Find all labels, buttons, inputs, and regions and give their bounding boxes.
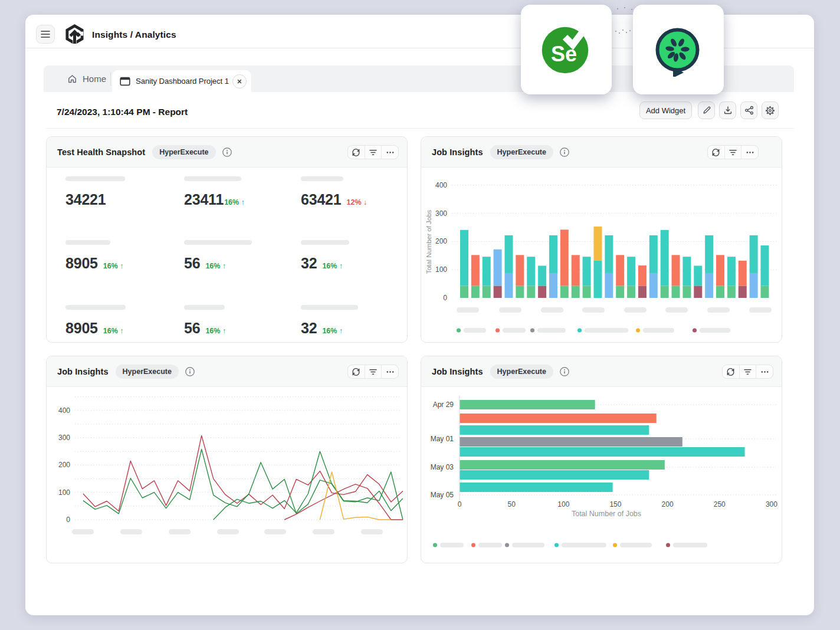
stat-value: 56	[184, 320, 200, 337]
stat-delta: 16% ↑	[205, 262, 226, 270]
stat-label-placeholder	[65, 240, 110, 245]
lambdatest-logo-icon	[64, 24, 85, 45]
stat-delta: 12% ↓	[347, 198, 368, 206]
add-widget-button[interactable]: Add Widget	[639, 101, 692, 119]
refresh-button[interactable]	[348, 146, 365, 159]
svg-text:150: 150	[609, 500, 621, 508]
stat-label-placeholder	[301, 305, 358, 310]
svg-text:0: 0	[443, 294, 447, 302]
refresh-button[interactable]	[723, 365, 739, 378]
widget-title: Job Insights	[57, 367, 109, 376]
stat-label-placeholder	[301, 240, 349, 245]
stat-value: 8905	[65, 320, 98, 337]
share-button[interactable]	[740, 101, 757, 119]
hamburger-menu-button[interactable]	[36, 25, 55, 44]
widget-actions	[347, 365, 399, 379]
more-options-button[interactable]	[756, 365, 773, 378]
more-options-button[interactable]	[381, 365, 398, 378]
stat-label-placeholder	[184, 240, 252, 245]
stat-cell: 3216% ↑	[301, 240, 413, 272]
cucumber-logo-icon	[651, 22, 706, 77]
info-icon[interactable]	[185, 367, 195, 376]
download-icon	[723, 106, 733, 115]
stat-value: 8905	[65, 255, 98, 272]
stat-delta: 16% ↑	[205, 327, 226, 335]
stat-cell: 5616% ↑	[184, 240, 296, 272]
tab-close-button[interactable]: ✕	[232, 74, 247, 88]
download-button[interactable]	[719, 101, 736, 119]
dashboard-window-icon	[120, 77, 130, 86]
stat-label-placeholder	[184, 176, 241, 181]
add-widget-label: Add Widget	[646, 106, 685, 115]
settings-button[interactable]	[762, 101, 779, 119]
svg-text:100: 100	[557, 500, 569, 508]
tab-home-label: Home	[83, 74, 106, 84]
info-icon[interactable]	[222, 147, 232, 157]
stacked-bar-chart: 0100200300400Total Number of Jobs	[421, 168, 782, 343]
stat-cell: 2341116% ↑	[184, 176, 296, 208]
hyperexecute-badge: HyperExecute	[152, 145, 215, 159]
stats-grid: 342212341116% ↑6342112% ↓890516% ↑5616% …	[47, 168, 407, 343]
svg-text:300: 300	[435, 209, 447, 218]
stat-label-placeholder	[184, 305, 225, 310]
refresh-button[interactable]	[708, 146, 724, 159]
tab-divider	[110, 73, 111, 86]
filter-button[interactable]	[365, 146, 382, 159]
stat-delta: 16% ↑	[224, 198, 245, 206]
svg-text:400: 400	[435, 181, 447, 189]
stat-cell: 34221	[65, 176, 178, 208]
stat-value: 34221	[65, 191, 106, 208]
widget-title: Job Insights	[432, 147, 483, 157]
stat-delta: 16% ↑	[103, 262, 124, 270]
widget-title: Job Insights	[432, 367, 483, 376]
stat-cell: 5616% ↑	[184, 305, 296, 337]
stat-value: 63421	[301, 191, 342, 208]
svg-text:Total Number of Jobs: Total Number of Jobs	[425, 209, 432, 274]
svg-text:200: 200	[435, 237, 447, 245]
widget-header: Job Insights HyperExecute	[421, 137, 782, 168]
svg-text:May 01: May 01	[431, 435, 454, 443]
stat-value: 32	[301, 255, 317, 272]
horizontal-bar-chart: Apr 29May 01May 03May 050501001502002503…	[421, 387, 782, 563]
svg-text:250: 250	[714, 500, 726, 508]
tab-home[interactable]: Home	[59, 65, 114, 92]
line-chart: 0100200300400	[47, 387, 407, 563]
tab-sanity-dashboard[interactable]: Sanity Dashboard Project 1 ✕	[112, 70, 251, 92]
gear-icon	[765, 106, 775, 116]
toolbar-divider	[46, 128, 794, 129]
widget-test-health-snapshot: Test Health Snapshot HyperExecute	[46, 136, 408, 343]
selenium-logo-icon: Se	[539, 22, 593, 77]
svg-text:May 05: May 05	[431, 491, 454, 499]
pencil-icon	[702, 106, 711, 115]
edit-button[interactable]	[698, 101, 715, 119]
selenium-card[interactable]: Se	[521, 5, 612, 94]
stat-delta: 16% ↑	[322, 262, 343, 270]
svg-text:Apr 29: Apr 29	[433, 401, 454, 409]
refresh-button[interactable]	[348, 365, 365, 378]
svg-text:300: 300	[766, 500, 777, 508]
stat-delta: 16% ↑	[322, 327, 343, 335]
share-icon	[744, 106, 754, 115]
hyperexecute-badge: HyperExecute	[490, 145, 553, 159]
widget-job-insights-hbar: Job Insights HyperExecute	[421, 356, 782, 563]
filter-button[interactable]	[739, 365, 756, 378]
stat-delta: 16% ↑	[103, 327, 124, 335]
svg-text:0: 0	[458, 500, 462, 508]
more-options-button[interactable]	[741, 146, 758, 159]
info-icon[interactable]	[560, 367, 569, 376]
svg-text:Total Number of Jobs: Total Number of Jobs	[572, 510, 641, 518]
report-title: 7/24/2023, 1:10:44 PM - Report	[57, 107, 188, 117]
more-options-button[interactable]	[381, 146, 398, 159]
cucumber-card[interactable]	[633, 5, 724, 94]
home-icon	[67, 74, 77, 84]
widget-actions	[707, 145, 759, 159]
filter-button[interactable]	[724, 146, 741, 159]
stat-label-placeholder	[301, 176, 343, 181]
page-title: Insights / Analytics	[92, 29, 176, 40]
filter-button[interactable]	[365, 365, 382, 378]
info-icon[interactable]	[560, 147, 569, 157]
stat-cell: 3216% ↑	[301, 305, 413, 337]
stat-value: 32	[301, 320, 317, 337]
page: Insights / Analytics Home Sanity Dashboa…	[0, 0, 840, 630]
svg-text:100: 100	[435, 265, 447, 274]
